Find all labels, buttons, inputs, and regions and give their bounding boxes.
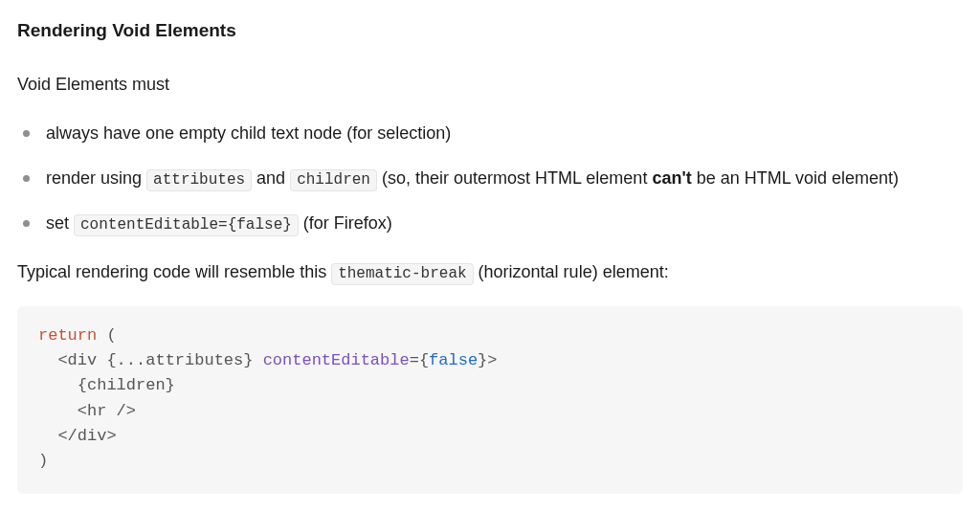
list-item: set contentEditable={false} (for Firefox… xyxy=(17,211,963,236)
intro-text: Void Elements must xyxy=(17,72,963,98)
code-token-punct: ) xyxy=(38,452,48,470)
code-block: return ( <div {...attributes} contentEdi… xyxy=(17,306,963,494)
code-token-text: {children} xyxy=(38,376,175,394)
code-token-punct: }> xyxy=(478,351,497,369)
code-token-punct: ( xyxy=(97,326,116,345)
code-token-tag: </div> xyxy=(38,427,117,445)
list-item-text: render using xyxy=(46,168,146,188)
list-item-text: always have one empty child text node (f… xyxy=(46,123,451,143)
inline-code: attributes xyxy=(146,169,252,191)
lead-text: Typical rendering code will resemble thi… xyxy=(17,259,963,285)
lead-after: (horizontal rule) element: xyxy=(474,262,669,281)
requirements-list: always have one empty child text node (f… xyxy=(17,121,963,236)
lead-before: Typical rendering code will resemble thi… xyxy=(17,262,331,281)
code-token-tag: <div xyxy=(38,351,106,369)
code-token-space xyxy=(253,351,262,369)
code-token-punct: = xyxy=(410,351,419,369)
code-token-tag: <hr /> xyxy=(38,402,136,420)
section-heading: Rendering Void Elements xyxy=(17,17,963,45)
list-item-text: (so, their outermost HTML element xyxy=(377,168,652,188)
code-token-punct: {...attributes} xyxy=(106,351,253,369)
code-token-keyword: return xyxy=(38,326,97,345)
code-token-bool: false xyxy=(429,351,478,369)
inline-code: children xyxy=(290,169,377,191)
code-token-attr: contentEditable xyxy=(263,351,410,369)
list-item-text: be an HTML void element) xyxy=(692,168,899,188)
list-item-text: set xyxy=(46,213,74,233)
list-item-text: and xyxy=(252,168,290,188)
bold-text: can't xyxy=(652,168,691,188)
list-item: render using attributes and children (so… xyxy=(17,166,963,191)
inline-code: thematic-break xyxy=(331,263,473,285)
code-token-punct: { xyxy=(419,351,429,369)
inline-code: contentEditable={false} xyxy=(74,214,299,236)
list-item: always have one empty child text node (f… xyxy=(17,121,963,146)
list-item-text: (for Firefox) xyxy=(299,213,392,233)
